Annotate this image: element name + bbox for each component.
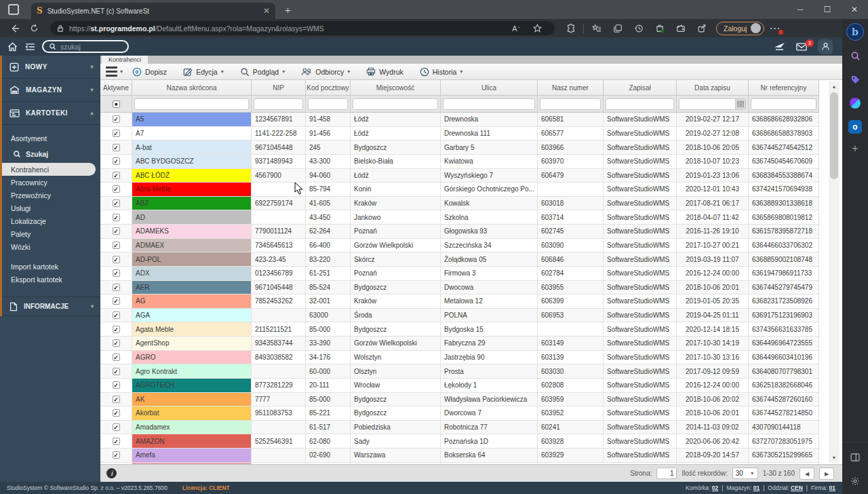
table-row[interactable]: ✓Akorbat951108375385-221BydgoszczDworcow… xyxy=(100,406,819,421)
cell-aktywne[interactable]: ✓ xyxy=(100,169,132,183)
tab-workspaces-icon[interactable] xyxy=(8,4,19,15)
cell-aktywne[interactable]: ✓ xyxy=(100,197,132,211)
scroll-up-icon[interactable]: ▲ xyxy=(829,81,840,92)
active-checkbox[interactable]: ✓ xyxy=(113,438,120,445)
edycja-button[interactable]: Edycja▾ xyxy=(183,67,224,77)
read-aloud-icon[interactable]: A⌃ xyxy=(506,19,527,37)
table-row[interactable]: ✓ABC BYDGOSZCZ937148994343-300Bielsko-Bi… xyxy=(100,155,819,169)
podgląd-button[interactable]: Podgląd▾ xyxy=(240,67,285,77)
table-row[interactable]: ✓AgentShop934358374433-390Gorzów Wielkop… xyxy=(100,337,819,351)
active-checkbox[interactable]: ✓ xyxy=(113,297,120,305)
table-row[interactable]: ✓A-bat9671045448245BydgoszczGarbary 5603… xyxy=(100,140,819,155)
sidebar-copilot-icon[interactable] xyxy=(846,94,864,112)
sidebar-item-przewoźnicy[interactable]: Przewoźnicy xyxy=(2,189,100,202)
global-search-input[interactable]: szukaj xyxy=(42,40,129,53)
address-bar[interactable]: https://st.programdemo.pl/DefaultLeftMen… xyxy=(50,21,555,35)
sidebar-item-palety[interactable]: Palety xyxy=(2,227,100,240)
bookmark-star-icon[interactable] xyxy=(527,19,548,37)
active-checkbox[interactable]: ✓ xyxy=(113,354,120,361)
table-row[interactable]: ✓Agata Meble211521152185-000BydgoszczByd… xyxy=(100,322,819,337)
sidebar-section-nowy[interactable]: NOWY▾ xyxy=(2,56,100,79)
grid-menu-button[interactable]: ▾ xyxy=(106,66,123,77)
cell-aktywne[interactable]: ✓ xyxy=(100,309,132,323)
cell-aktywne[interactable]: ✓ xyxy=(100,337,132,351)
cell-aktywne[interactable]: ✓ xyxy=(100,155,132,169)
cell-aktywne[interactable]: ✓ xyxy=(100,379,132,393)
sidebar-item-eksport-kartotek[interactable]: Eksport kartotek xyxy=(2,273,100,286)
cell-aktywne[interactable]: ✓ xyxy=(100,393,132,407)
active-checkbox[interactable]: ✓ xyxy=(113,311,120,319)
login-button[interactable]: Zaloguj xyxy=(716,22,764,35)
table-row[interactable]: ✓AGA63000ŚrodaPOLNA606953SoftwareStudioW… xyxy=(100,309,819,323)
cell-aktywne[interactable]: ✓ xyxy=(100,281,132,295)
table-row[interactable]: ✓ADMAEX734564561366-400Gorzów Wielkpolsk… xyxy=(100,239,819,253)
select-all-checkbox[interactable]: ■ xyxy=(113,100,120,108)
active-checkbox[interactable]: ✓ xyxy=(113,326,120,333)
prev-page-button[interactable]: ◀ xyxy=(800,468,814,480)
collapse-menu-icon[interactable] xyxy=(25,43,35,51)
sidebar-item-wózki[interactable]: Wózki xyxy=(2,240,100,253)
active-checkbox[interactable]: ✓ xyxy=(113,172,120,179)
sidebar-search-icon[interactable] xyxy=(846,47,864,64)
cell-aktywne[interactable]: ✓ xyxy=(100,252,132,267)
scroll-down-icon[interactable]: ▼ xyxy=(829,453,840,463)
filter-input-city[interactable] xyxy=(353,98,438,110)
table-row[interactable]: ✓AD43-450JankowoSzkolna603714SoftwareStu… xyxy=(100,210,819,225)
active-checkbox[interactable]: ✓ xyxy=(113,451,120,459)
next-page-button[interactable]: ▶ xyxy=(819,468,834,480)
cell-aktywne[interactable]: ✓ xyxy=(100,434,132,449)
cell-aktywne[interactable]: ✓ xyxy=(100,421,132,435)
odbiorcy-button[interactable]: Odbiorcy▾ xyxy=(301,67,350,76)
active-checkbox[interactable]: ✓ xyxy=(113,130,120,137)
sidebar-item-usługi[interactable]: Usługi xyxy=(2,202,100,214)
cell-aktywne[interactable]: ✓ xyxy=(100,406,132,421)
sidebar-settings-gear-icon[interactable] xyxy=(846,472,864,490)
messages-icon[interactable]: 3 xyxy=(796,43,807,51)
wydruk-button[interactable]: Wydruk xyxy=(366,67,403,76)
sidebar-add-icon[interactable]: + xyxy=(846,140,864,157)
cell-aktywne[interactable]: ✓ xyxy=(100,364,132,379)
active-checkbox[interactable]: ✓ xyxy=(113,396,120,403)
table-row[interactable]: ✓A5123456789191-458ŁódźDrewnoska606581So… xyxy=(100,113,819,127)
active-checkbox[interactable]: ✓ xyxy=(113,368,120,375)
active-checkbox[interactable]: ✓ xyxy=(113,185,120,193)
bing-chat-icon[interactable]: b xyxy=(846,23,864,41)
cell-aktywne[interactable]: ✓ xyxy=(100,351,132,365)
cell-aktywne[interactable]: ✓ xyxy=(100,449,132,463)
active-checkbox[interactable]: ✓ xyxy=(113,242,120,249)
column-header-saved_by[interactable]: Zapisał xyxy=(604,80,677,96)
column-header-name[interactable]: Nazwa skrócona xyxy=(132,80,252,96)
active-checkbox[interactable]: ✓ xyxy=(113,381,120,389)
window-minimize-button[interactable]: ─ xyxy=(787,0,814,19)
table-row[interactable]: ✓A71141-222-25891-456ŁódźDrewnoska 11160… xyxy=(100,127,819,141)
active-checkbox[interactable]: ✓ xyxy=(113,269,120,277)
cell-aktywne[interactable]: ✓ xyxy=(100,140,132,155)
filter-input-nip[interactable] xyxy=(254,98,303,110)
cell-aktywne[interactable]: ✓ xyxy=(100,113,132,127)
context-value-link[interactable]: 02 xyxy=(712,484,718,491)
table-row[interactable]: ✓ADX012345678961-251PoznańFirmowa 360278… xyxy=(100,267,819,281)
cell-aktywne[interactable]: ✓ xyxy=(100,239,132,253)
dopisz-button[interactable]: Dopisz xyxy=(132,67,167,77)
table-row[interactable]: ✓AER967104544885-524BydgoszczDwocowa6039… xyxy=(100,281,819,295)
history-icon[interactable] xyxy=(628,19,649,37)
table-row[interactable]: ✓AG785245326232-001KrakówMetalowa 126063… xyxy=(100,294,819,309)
table-row[interactable]: ✓ABZ692275917441-605KrakówKowalsk603018S… xyxy=(100,197,819,211)
send-document-icon[interactable] xyxy=(774,42,785,51)
active-checkbox[interactable]: ✓ xyxy=(113,227,120,235)
cell-aktywne[interactable]: ✓ xyxy=(100,183,132,197)
share-icon[interactable] xyxy=(691,19,712,37)
filter-input-ref[interactable] xyxy=(751,98,816,110)
active-checkbox[interactable]: ✓ xyxy=(113,409,120,417)
info-icon[interactable]: i xyxy=(106,468,117,478)
browser-tab[interactable]: S StudioSystem.NET (c) SoftwareSt ✕ xyxy=(31,3,275,19)
extensions-icon[interactable] xyxy=(560,19,581,37)
sidebar-item-import-kartotek[interactable]: Import kartotek xyxy=(2,260,100,273)
browser-menu-icon[interactable]: ⋯ xyxy=(764,19,785,37)
context-value-link[interactable]: 01 xyxy=(753,484,760,491)
sidebar-item-pracownicy[interactable]: Pracownicy xyxy=(2,176,100,189)
filter-input-saved_at[interactable] xyxy=(679,98,746,110)
cell-aktywne[interactable]: ✓ xyxy=(100,210,132,225)
column-header-aktywne[interactable]: Aktywne xyxy=(100,80,132,96)
filter-input-postal[interactable] xyxy=(308,98,348,110)
